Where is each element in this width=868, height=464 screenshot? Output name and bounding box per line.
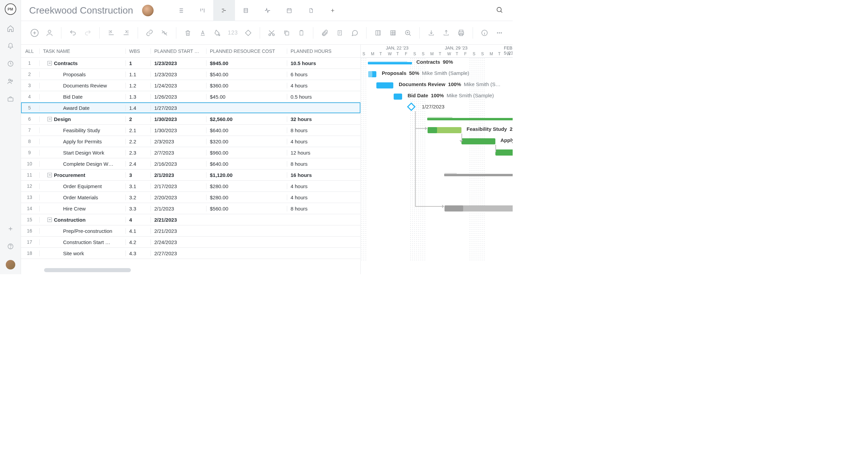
indent-icon[interactable] (121, 28, 131, 38)
start-cell[interactable]: 2/24/2023 (151, 239, 206, 245)
table-row[interactable]: 16Prep/Pre-construction4.12/21/2023 (21, 225, 360, 237)
wbs-cell[interactable]: 2.3 (125, 150, 151, 156)
wbs-cell[interactable]: 4.1 (125, 228, 151, 234)
cost-cell[interactable]: $280.00 (206, 183, 287, 189)
collapse-toggle-icon[interactable]: − (47, 61, 52, 65)
wbs-cell[interactable]: 2.4 (125, 161, 151, 167)
table-row[interactable]: 13Order Materials3.22/20/2023$280.004 ho… (21, 192, 360, 203)
table-row[interactable]: 3Documents Review1.21/24/2023$360.004 ho… (21, 80, 360, 91)
wbs-cell[interactable]: 2.2 (125, 139, 151, 144)
hours-cell[interactable]: 6 hours (287, 72, 344, 77)
clock-icon[interactable] (6, 60, 15, 68)
hours-cell[interactable]: 8 hours (287, 206, 344, 211)
grid-icon[interactable] (388, 28, 398, 38)
start-cell[interactable]: 2/20/2023 (151, 195, 206, 200)
fill-color-icon[interactable] (213, 28, 222, 38)
col-header-all[interactable]: ALL (21, 48, 39, 54)
start-cell[interactable]: 1/27/2023 (151, 105, 206, 111)
project-avatar-icon[interactable] (142, 5, 154, 16)
zoom-icon[interactable] (403, 28, 413, 38)
wbs-cell[interactable]: 4.3 (125, 250, 151, 256)
hours-cell[interactable]: 8 hours (287, 161, 344, 167)
cost-cell[interactable]: $945.00 (206, 60, 287, 66)
task-name-cell[interactable]: Order Materials (39, 195, 125, 200)
task-name-cell[interactable]: Order Equipment (39, 183, 125, 189)
col-header-start[interactable]: PLANNED START … (151, 48, 206, 54)
attachment-icon[interactable] (320, 28, 330, 38)
notes-icon[interactable] (335, 28, 344, 38)
hours-cell[interactable]: 0.5 hours (287, 94, 344, 100)
col-header-wbs[interactable]: WBS (125, 48, 151, 54)
start-cell[interactable]: 1/26/2023 (151, 94, 206, 100)
hours-cell[interactable]: 10.5 hours (287, 60, 344, 66)
task-name-cell[interactable]: Proposals (39, 72, 125, 77)
gantt-view-tab[interactable] (213, 0, 235, 21)
bell-icon[interactable] (6, 42, 15, 50)
delete-icon[interactable] (183, 28, 193, 38)
task-name-cell[interactable]: Award Date (39, 105, 125, 111)
wbs-cell[interactable]: 1.2 (125, 83, 151, 88)
cost-cell[interactable]: $45.00 (206, 94, 287, 100)
start-cell[interactable]: 2/1/2023 (151, 206, 206, 211)
info-icon[interactable] (480, 28, 489, 38)
sheet-view-tab[interactable] (235, 0, 257, 21)
table-row[interactable]: 10Complete Design W…2.42/16/2023$640.008… (21, 158, 360, 169)
import-icon[interactable] (427, 28, 436, 38)
task-name-cell[interactable]: Construction Start … (39, 239, 125, 245)
start-cell[interactable]: 1/30/2023 (151, 116, 206, 122)
table-row[interactable]: 7Feasibility Study2.11/30/2023$640.008 h… (21, 125, 360, 136)
cost-cell[interactable]: $560.00 (206, 206, 287, 211)
task-name-cell[interactable]: Documents Review (39, 83, 125, 88)
wbs-cell[interactable]: 3.3 (125, 206, 151, 211)
table-row[interactable]: 14Hire Crew3.32/1/2023$560.008 hours (21, 203, 360, 214)
wbs-cell[interactable]: 3 (125, 172, 151, 178)
start-cell[interactable]: 2/3/2023 (151, 139, 206, 144)
wbs-cell[interactable]: 3.2 (125, 195, 151, 200)
paste-icon[interactable] (297, 28, 306, 38)
task-name-cell[interactable]: −Procurement (39, 172, 125, 178)
table-row[interactable]: 2Proposals1.11/23/2023$540.006 hours (21, 69, 360, 80)
milestone-icon[interactable] (243, 28, 253, 38)
start-cell[interactable]: 1/24/2023 (151, 83, 206, 88)
print-icon[interactable] (456, 28, 466, 38)
plus-icon[interactable] (6, 225, 15, 233)
cost-cell[interactable]: $320.00 (206, 139, 287, 144)
collapse-toggle-icon[interactable]: − (47, 173, 52, 177)
add-task-icon[interactable] (30, 28, 39, 38)
task-name-cell[interactable]: Start Design Work (39, 150, 125, 156)
cut-icon[interactable] (267, 28, 276, 38)
task-name-cell[interactable]: −Construction (39, 217, 125, 223)
task-name-cell[interactable]: Apply for Permits (39, 139, 125, 144)
hours-cell[interactable]: 8 hours (287, 127, 344, 133)
table-row[interactable]: 8Apply for Permits2.22/3/2023$320.004 ho… (21, 136, 360, 147)
col-header-cost[interactable]: PLANNED RESOURCE COST (206, 48, 287, 54)
cost-cell[interactable]: $960.00 (206, 150, 287, 156)
start-cell[interactable]: 2/21/2023 (151, 228, 206, 234)
list-view-tab[interactable] (170, 0, 192, 21)
export-icon[interactable] (441, 28, 451, 38)
collapse-toggle-icon[interactable]: − (47, 117, 52, 121)
wbs-cell[interactable]: 2 (125, 116, 151, 122)
link-icon[interactable] (145, 28, 154, 38)
table-row[interactable]: 9Start Design Work2.32/7/2023$960.0012 h… (21, 147, 360, 158)
user-avatar-icon[interactable] (6, 260, 15, 269)
app-logo[interactable]: PM (5, 3, 16, 15)
task-name-cell[interactable]: Bid Date (39, 94, 125, 100)
wbs-cell[interactable]: 1.4 (125, 105, 151, 111)
start-cell[interactable]: 2/16/2023 (151, 161, 206, 167)
collapse-toggle-icon[interactable]: − (47, 218, 52, 222)
table-row[interactable]: 15−Construction42/21/2023 (21, 214, 360, 225)
redo-icon[interactable] (83, 28, 93, 38)
start-cell[interactable]: 1/30/2023 (151, 127, 206, 133)
table-row[interactable]: 11−Procurement32/1/2023$1,120.0016 hours (21, 169, 360, 181)
start-cell[interactable]: 2/17/2023 (151, 183, 206, 189)
wbs-cell[interactable]: 1 (125, 60, 151, 66)
activity-view-tab[interactable] (257, 0, 278, 21)
add-view-tab[interactable] (322, 0, 343, 21)
hours-cell[interactable]: 4 hours (287, 139, 344, 144)
task-name-cell[interactable]: Complete Design W… (39, 161, 125, 167)
start-cell[interactable]: 1/23/2023 (151, 60, 206, 66)
table-row[interactable]: 4Bid Date1.31/26/2023$45.000.5 hours (21, 91, 360, 102)
cost-cell[interactable]: $280.00 (206, 195, 287, 200)
wbs-cell[interactable]: 1.1 (125, 72, 151, 77)
